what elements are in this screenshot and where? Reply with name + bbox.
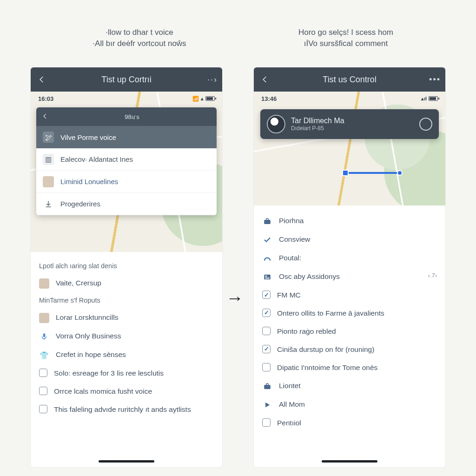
list-icon: ▥ <box>43 154 54 165</box>
list-item[interactable]: Poutal: <box>262 249 437 268</box>
play-icon <box>262 400 272 410</box>
list-item[interactable]: Osc aby Assidonys‹.7› <box>262 268 437 286</box>
outer-titlebar-right: Tist us Control ••• <box>254 67 445 92</box>
download-icon <box>43 198 54 210</box>
avatar-icon <box>43 176 54 187</box>
item-label: All Mom <box>279 400 437 410</box>
caption-left-line2: ·All bır deėfr vortcout noŵs <box>56 38 223 49</box>
map-area-right[interactable]: 13:46 ▴ıl Tar Dllimech Ma Dıdeiart P-85 <box>254 92 445 205</box>
dropdown-back-button[interactable] <box>42 113 53 121</box>
voice-icon: 🕊 <box>43 132 54 143</box>
svg-rect-0 <box>43 333 46 337</box>
route-marker <box>342 171 403 175</box>
back-button[interactable] <box>258 73 271 86</box>
outer-title: Tist us Control <box>271 75 428 85</box>
avatar-icon <box>39 313 49 323</box>
ring-icon[interactable] <box>419 118 432 131</box>
item-tail: ‹.7› <box>428 272 437 279</box>
section-1: Lpotl alch ıaring slat denis <box>39 262 214 270</box>
item-vorra[interactable]: Vorra Only Business <box>39 327 214 346</box>
caption-right-line2: ıİVo sursšficaI comment <box>262 38 430 49</box>
list-item[interactable]: FM MC <box>262 286 437 304</box>
profile-banner[interactable]: Tar Dllimech Ma Dıdeiart P-85 <box>260 109 439 139</box>
status-time: 16:03 <box>38 95 53 102</box>
list-item[interactable]: Consview <box>262 231 437 249</box>
check-1[interactable]: Orrce lcals momica fusht voice <box>39 383 214 401</box>
list-item[interactable]: Piorhna <box>262 212 437 231</box>
more-button[interactable]: ··› <box>205 75 218 85</box>
phone-left: Tist up Cortrıi ··› 16:03 ▴ 98ıɾs 🕊 Vilv… <box>31 67 222 467</box>
status-icons: ▴ <box>192 96 215 102</box>
dropdown-item-3[interactable]: Progederires <box>36 193 217 215</box>
list-item[interactable]: Pentıiol <box>262 414 437 432</box>
checkbox-icon[interactable] <box>39 387 47 395</box>
status-bar: 13:46 ▴ıl <box>254 92 445 106</box>
home-indicator[interactable] <box>99 460 154 463</box>
svg-rect-3 <box>265 276 267 277</box>
svg-rect-4 <box>265 278 270 278</box>
signal-icon: ▴ıl <box>421 96 427 102</box>
item-label: Ontero ollits to Farme ā javalients <box>277 309 437 318</box>
item-label: Consview <box>279 235 437 245</box>
dropdown-item-0[interactable]: 🕊 Vilve Porme voice <box>36 126 217 148</box>
more-button[interactable]: ••• <box>428 75 441 85</box>
caption-left: ·llow to dhar t voice ·All bır deėfr vor… <box>56 27 223 49</box>
signal-icon: ▴ <box>201 96 204 102</box>
list-item[interactable]: Liontet <box>262 377 437 396</box>
check-0[interactable]: Solo: esreage for 3 lis ree lesclutis <box>39 364 214 383</box>
checkbox-icon[interactable] <box>262 291 271 299</box>
list-item[interactable]: Pionto raġo rebled <box>262 323 437 341</box>
status-icons: ▴ıl <box>421 96 438 102</box>
list-item[interactable]: Ciniša durstup on för (rouning) <box>262 341 437 359</box>
item-label: Pentıiol <box>277 418 437 428</box>
list-right: PiorhnaConsviewPoutal:Osc aby Assidonys‹… <box>254 205 445 432</box>
wifi-icon <box>192 96 199 102</box>
item-label: Dipatic I'nntoime for Tome onès <box>277 363 437 373</box>
check-icon <box>262 235 272 245</box>
checkbox-icon[interactable] <box>262 309 271 317</box>
list-item[interactable]: Dipatic I'nntoime for Tome onès <box>262 359 437 377</box>
dropdown-header: 98ıɾs <box>36 107 217 126</box>
svg-rect-6 <box>264 385 271 389</box>
item-label: Osc aby Assidonys <box>279 272 422 282</box>
checkbox-icon[interactable] <box>262 418 271 427</box>
checkbox-icon[interactable] <box>262 345 271 353</box>
item-label: Pionto raġo rebled <box>277 327 437 337</box>
arrow-icon: → <box>226 288 244 308</box>
section-2: MinTarme s'f Roputs <box>39 297 214 304</box>
svg-rect-1 <box>264 220 271 224</box>
item-lorar[interactable]: Lorar Lorsktunncills <box>39 309 214 327</box>
banner-subtitle: Dıdeiart P-85 <box>291 125 414 132</box>
item-crefet[interactable]: 👕 Crefet in hope sènses <box>39 346 214 364</box>
status-bar: 16:03 ▴ <box>31 92 222 106</box>
mic-icon <box>39 331 49 342</box>
caption-right: Horo go selçs! I scess hom ıİVo sursšfic… <box>262 27 430 49</box>
outer-titlebar-left: Tist up Cortrıi ··› <box>31 67 222 92</box>
outer-title: Tist up Cortrıi <box>48 75 205 85</box>
back-button[interactable] <box>35 73 48 86</box>
list-item[interactable]: Ontero ollits to Farme ā javalients <box>262 304 437 323</box>
item-label: Liontet <box>279 381 437 391</box>
checkbox-icon[interactable] <box>262 363 271 371</box>
svg-rect-5 <box>265 278 270 279</box>
list-item[interactable]: All Mom <box>262 396 437 414</box>
item-label: Ciniša durstup on för (rouning) <box>277 345 437 355</box>
avatar-icon <box>267 115 285 133</box>
map-area-left[interactable]: 16:03 ▴ 98ıɾs 🕊 Vilve Porme voice ▥ Eale… <box>31 92 222 252</box>
item-vaite[interactable]: Vaite, Crersup <box>39 274 214 293</box>
briefcase-icon <box>262 216 272 226</box>
battery-icon <box>429 96 438 101</box>
checkbox-icon[interactable] <box>39 369 47 377</box>
dropdown-item-2[interactable]: Liminid Lonuelines <box>36 171 217 193</box>
dropdown-item-1[interactable]: ▥ Ealecov· Aldantact Ines <box>36 148 217 171</box>
item-label: FM MC <box>277 291 437 300</box>
home-indicator[interactable] <box>322 460 377 463</box>
checkbox-icon[interactable] <box>39 405 47 413</box>
check-2[interactable]: This faleling advıde ruritchly ıt ands a… <box>39 401 214 419</box>
news-icon <box>262 272 272 282</box>
briefcase-icon <box>262 381 272 391</box>
status-time: 13:46 <box>261 95 277 102</box>
list-left: Lpotl alch ıaring slat denis Vaite, Crer… <box>31 252 222 419</box>
checkbox-icon[interactable] <box>262 327 271 335</box>
battery-icon <box>205 96 215 101</box>
